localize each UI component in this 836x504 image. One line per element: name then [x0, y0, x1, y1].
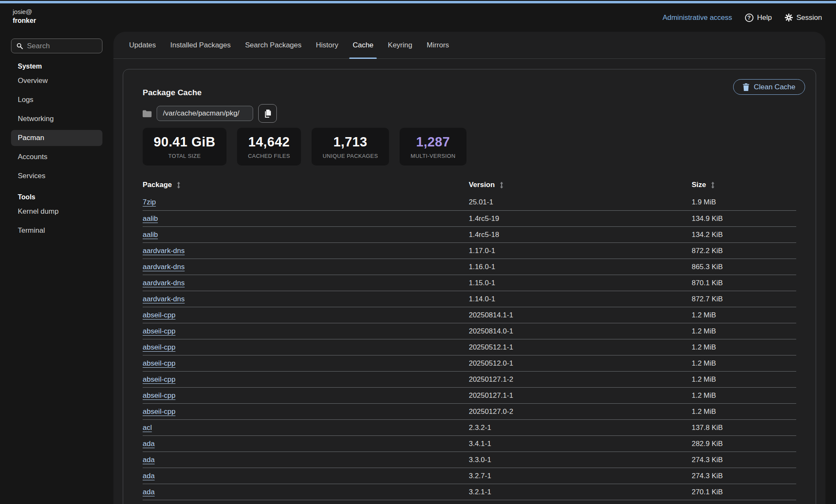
sidebar-item-label: Accounts [18, 153, 47, 161]
package-cache-card: Clean Cache Package Cache 90.41 GiB [123, 69, 816, 504]
table-body: 7zip 25.01-1 1.9 MiB aalib 1.4rc5-19 134… [143, 194, 796, 504]
stat-value: 1,713 [323, 135, 378, 150]
table-row: aalib 1.4rc5-18 134.2 KiB [143, 226, 796, 242]
table-row: aardvark-dns 1.17.0-1 872.2 KiB [143, 242, 796, 259]
sidebar-item-services[interactable]: Services [11, 168, 102, 184]
size-cell: 282.9 KiB [692, 440, 796, 448]
package-link[interactable]: abseil-cpp [143, 408, 176, 416]
sort-icon [711, 182, 715, 189]
size-cell: 1.2 MiB [692, 311, 796, 319]
package-link[interactable]: abseil-cpp [143, 359, 176, 367]
size-cell: 872.2 KiB [692, 247, 796, 255]
tab-cache[interactable]: Cache [345, 32, 381, 58]
card-title: Package Cache [143, 88, 796, 97]
stat-tile-unique-packages: 1,713 UNIQUE PACKAGES [312, 128, 389, 165]
administrative-access-link[interactable]: Administrative access [662, 14, 732, 22]
sidebar-item-label: Logs [18, 96, 33, 104]
package-link[interactable]: abseil-cpp [143, 375, 176, 383]
package-link[interactable]: ada [143, 456, 155, 464]
package-link[interactable]: abseil-cpp [143, 327, 176, 335]
sidebar-section-heading: System [18, 63, 113, 70]
package-link[interactable]: abseil-cpp [143, 391, 176, 399]
sidebar-item-label: Kernel dump [18, 207, 58, 216]
package-link[interactable]: aalib [143, 231, 158, 239]
table-row: abseil-cpp 20250814.0-1 1.2 MiB [143, 323, 796, 339]
package-link[interactable]: aardvark-dns [143, 247, 185, 255]
package-link[interactable]: abseil-cpp [143, 311, 176, 319]
sidebar-item-label: Terminal [18, 226, 45, 235]
sidebar-item-pacman[interactable]: Pacman [11, 130, 102, 146]
package-link[interactable]: aardvark-dns [143, 263, 185, 271]
version-cell: 25.01-1 [469, 198, 692, 207]
sidebar-item-logs[interactable]: Logs [11, 92, 102, 108]
package-link[interactable]: ada [143, 472, 155, 480]
column-header-size[interactable]: Size [692, 181, 796, 189]
cache-path-input[interactable] [157, 106, 253, 121]
column-header-package[interactable]: Package [143, 181, 469, 189]
column-header-version[interactable]: Version [469, 181, 692, 189]
sidebar-item-terminal[interactable]: Terminal [11, 223, 102, 239]
table-row: abseil-cpp 20250127.1-1 1.2 MiB [143, 387, 796, 403]
help-menu[interactable]: ? Help [745, 14, 772, 22]
tab-installed-packages[interactable]: Installed Packages [163, 32, 238, 58]
sidebar-item-kernel-dump[interactable]: Kernel dump [11, 204, 102, 220]
search-input[interactable] [27, 42, 97, 50]
tab-search-packages[interactable]: Search Packages [238, 32, 309, 58]
table-header-row: Package Version [143, 178, 796, 194]
tab-label: Updates [129, 41, 156, 50]
table-row: ada 3.2.7-1 274.3 KiB [143, 468, 796, 484]
package-link[interactable]: aardvark-dns [143, 295, 185, 303]
table-row: abseil-cpp 20250127.1-2 1.2 MiB [143, 371, 796, 387]
size-cell: 137.8 KiB [692, 424, 796, 432]
logged-in-user: josie@ [13, 8, 36, 15]
masthead: josie@ fronker Administrative access ? H… [0, 3, 836, 32]
tab-mirrors[interactable]: Mirrors [419, 32, 456, 58]
version-cell: 1.17.0-1 [469, 247, 692, 255]
sidebar-item-networking[interactable]: Networking [11, 111, 102, 127]
tab-label: Installed Packages [170, 41, 231, 50]
sidebar-section-heading: Tools [18, 193, 113, 201]
table-row: ada 3.4.1-1 282.9 KiB [143, 435, 796, 452]
version-cell: 1.15.0-1 [469, 279, 692, 287]
package-link[interactable]: acl [143, 424, 152, 432]
package-link[interactable]: aalib [143, 215, 158, 223]
tab-label: Cache [353, 41, 373, 50]
tab-label: Search Packages [245, 41, 301, 50]
version-cell: 1.4rc5-18 [469, 231, 692, 239]
trash-icon [743, 83, 749, 91]
stat-label: TOTAL SIZE [154, 153, 215, 159]
clean-cache-button[interactable]: Clean Cache [733, 79, 805, 95]
hostname: fronker [13, 17, 36, 25]
package-link[interactable]: ada [143, 440, 155, 448]
table-row: abseil-cpp 20250512.1-1 1.2 MiB [143, 339, 796, 355]
hostname-block: josie@ fronker [13, 8, 36, 25]
sidebar-item-label: Networking [18, 115, 54, 123]
search-icon [17, 42, 23, 50]
table-row: ada 3.3.0-1 274.3 KiB [143, 452, 796, 468]
package-link[interactable]: ada [143, 488, 155, 496]
size-cell: 865.3 KiB [692, 263, 796, 271]
package-link[interactable]: aardvark-dns [143, 279, 185, 287]
tab-keyring[interactable]: Keyring [381, 32, 419, 58]
copy-path-button[interactable] [258, 104, 277, 123]
package-link[interactable]: abseil-cpp [143, 343, 176, 351]
size-cell: 1.2 MiB [692, 391, 796, 400]
stat-label: UNIQUE PACKAGES [323, 153, 378, 159]
sidebar-item-overview[interactable]: Overview [11, 73, 102, 89]
version-cell: 3.3.0-1 [469, 456, 692, 464]
tab-updates[interactable]: Updates [122, 32, 163, 58]
sidebar-item-label: Overview [18, 77, 48, 85]
session-menu[interactable]: Session [785, 14, 822, 22]
stat-label: CACHED FILES [248, 153, 290, 159]
package-link[interactable]: 7zip [143, 198, 156, 206]
folder-icon [143, 110, 152, 117]
copy-icon [264, 109, 272, 118]
sort-icon [499, 182, 504, 189]
sidebar-search[interactable] [11, 39, 102, 53]
main-panel: Updates Installed Packages Search Packag… [113, 32, 825, 504]
stat-tile-multi-version: 1,287 MULTI-VERSION [400, 128, 466, 165]
sidebar-item-accounts[interactable]: Accounts [11, 149, 102, 165]
tab-history[interactable]: History [309, 32, 345, 58]
stat-value: 1,287 [411, 135, 455, 150]
version-cell: 20250512.1-1 [469, 343, 692, 352]
